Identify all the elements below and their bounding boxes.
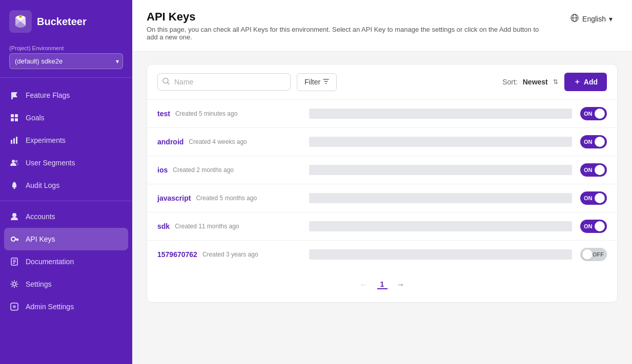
sidebar-item-label: Experiments <box>26 136 66 144</box>
env-label: (Project) Environment <box>9 45 123 51</box>
api-key-meta: Created 3 years ago <box>202 251 258 258</box>
toggle-track[interactable]: ON <box>580 163 607 177</box>
add-label: Add <box>584 78 598 86</box>
toggle-track[interactable]: ON <box>580 107 607 120</box>
api-row-info: ios Created 2 months ago <box>157 166 301 174</box>
sort-value: Newest <box>523 78 548 86</box>
api-key-meta: Created 11 months ago <box>175 223 239 230</box>
toggle-track[interactable]: OFF <box>580 248 607 261</box>
sidebar-item-audit-logs[interactable]: Audit Logs <box>0 174 132 197</box>
api-key-name[interactable]: ios <box>157 166 168 174</box>
sidebar-item-experiments[interactable]: Experiments <box>0 129 132 152</box>
svg-rect-7 <box>11 140 12 144</box>
plus-icon: ＋ <box>574 77 581 87</box>
settings-icon <box>9 279 19 289</box>
api-key-toggle[interactable]: ON <box>580 191 607 205</box>
api-key-meta: Created 2 months ago <box>173 166 234 174</box>
sidebar-item-label: Settings <box>26 280 52 288</box>
svg-rect-9 <box>16 137 17 144</box>
api-key-name[interactable]: 1579670762 <box>157 250 197 259</box>
api-key-name[interactable]: sdk <box>157 222 170 230</box>
account-icon <box>9 211 19 222</box>
chevron-down-icon: ▾ <box>609 15 613 23</box>
api-key-toggle[interactable]: ON <box>580 220 607 233</box>
add-button[interactable]: ＋ Add <box>564 73 607 91</box>
sidebar-item-api-keys[interactable]: API Keys <box>4 228 128 250</box>
api-key-bar <box>309 137 572 147</box>
api-key-row: test Created 5 minutes ago ON <box>147 100 617 128</box>
sidebar-item-label: API Keys <box>26 235 55 243</box>
sidebar-nav: Feature Flags Goals Experiments User Seg… <box>0 82 132 364</box>
sidebar-item-goals[interactable]: Goals <box>0 106 132 129</box>
svg-point-19 <box>13 283 16 286</box>
sidebar-item-settings[interactable]: Settings <box>0 273 132 295</box>
language-selector[interactable]: English ▾ <box>565 10 618 27</box>
api-key-row: android Created 4 weeks ago ON <box>147 128 617 156</box>
next-page-button[interactable]: → <box>394 277 408 292</box>
api-key-row: ios Created 2 months ago ON <box>147 156 617 184</box>
toggle-track[interactable]: ON <box>580 220 607 233</box>
api-key-toggle[interactable]: OFF <box>580 248 607 261</box>
svg-rect-6 <box>15 118 18 121</box>
sidebar-item-feature-flags[interactable]: Feature Flags <box>0 84 132 106</box>
bell-icon <box>9 180 19 190</box>
search-wrap <box>157 73 291 91</box>
sort-text: Sort: <box>502 78 518 86</box>
filter-button[interactable]: Filter <box>297 73 337 91</box>
logo-icon <box>9 10 32 33</box>
api-key-meta: Created 5 minutes ago <box>175 110 237 117</box>
logo-text: Bucketeer <box>37 16 87 28</box>
api-key-row: 1579670762 Created 3 years ago OFF <box>147 241 617 268</box>
api-keys-card: Filter Sort: Newest ⇅ ＋ Add tes <box>147 64 618 303</box>
prev-page-button[interactable]: ← <box>357 277 371 292</box>
api-key-name[interactable]: javascript <box>157 194 191 202</box>
sidebar-item-user-segments[interactable]: User Segments <box>0 152 132 174</box>
svg-rect-5 <box>11 118 14 121</box>
svg-point-13 <box>12 213 16 217</box>
toggle-track[interactable]: ON <box>580 135 607 148</box>
api-row-info: javascript Created 5 months ago <box>157 194 301 202</box>
admin-icon <box>9 302 19 312</box>
toggle-thumb <box>595 109 605 119</box>
experiments-icon <box>9 135 19 145</box>
api-keys-list: test Created 5 minutes ago ON android Cr… <box>147 100 617 268</box>
api-key-bar <box>309 165 572 175</box>
svg-rect-8 <box>13 138 15 144</box>
sidebar-item-label: Feature Flags <box>26 91 70 99</box>
toggle-thumb <box>595 137 605 147</box>
toggle-thumb <box>595 165 605 175</box>
current-page: 1 <box>377 280 388 289</box>
api-key-row: sdk Created 11 months ago ON <box>147 212 617 241</box>
api-key-name[interactable]: android <box>157 138 184 146</box>
sidebar-item-admin-settings[interactable]: Admin Settings <box>0 295 132 318</box>
api-key-toggle[interactable]: ON <box>580 163 607 177</box>
sort-control[interactable]: Sort: Newest ⇅ <box>502 78 558 86</box>
env-select[interactable]: (default) sdke2e <box>9 53 123 69</box>
search-input[interactable] <box>157 73 291 91</box>
sidebar: Bucketeer (Project) Environment (default… <box>0 0 132 364</box>
header-text-area: API Keys On this page, you can check all… <box>147 10 546 41</box>
environment-selector-area: (Project) Environment (default) sdke2e ▾ <box>0 43 132 73</box>
doc-icon <box>9 256 19 267</box>
sidebar-item-label: Documentation <box>26 258 74 266</box>
api-row-info: android Created 4 weeks ago <box>157 138 301 146</box>
api-key-name[interactable]: test <box>157 110 170 118</box>
logo-area: Bucketeer <box>0 0 132 43</box>
sidebar-item-label: User Segments <box>26 159 75 167</box>
sidebar-item-accounts[interactable]: Accounts <box>0 205 132 228</box>
sidebar-item-documentation[interactable]: Documentation <box>0 250 132 273</box>
api-key-toggle[interactable]: ON <box>580 107 607 120</box>
translate-icon <box>570 13 579 24</box>
svg-point-21 <box>13 305 16 308</box>
main-area: API Keys On this page, you can check all… <box>132 0 632 364</box>
svg-rect-4 <box>15 114 18 117</box>
sidebar-item-label: Accounts <box>26 212 55 221</box>
sidebar-divider-top <box>0 77 132 78</box>
api-key-toggle[interactable]: ON <box>580 135 607 148</box>
users-icon <box>9 158 19 168</box>
env-select-wrap[interactable]: (default) sdke2e ▾ <box>9 53 123 69</box>
svg-rect-12 <box>13 187 15 189</box>
toggle-thumb <box>595 221 605 231</box>
main-content: Filter Sort: Newest ⇅ ＋ Add tes <box>132 52 632 364</box>
toggle-track[interactable]: ON <box>580 191 607 205</box>
